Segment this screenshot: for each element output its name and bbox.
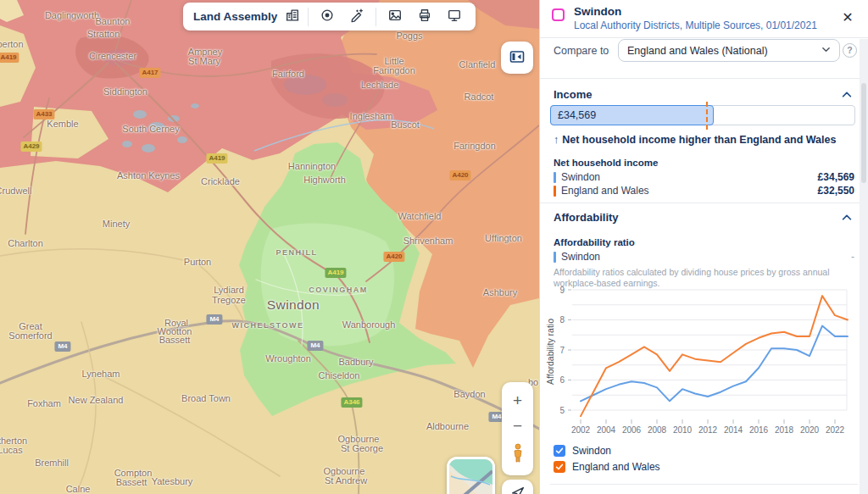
affordability-metric-title: Affordability ratio <box>554 237 635 247</box>
affordability-chart: 5678920022004200620082010201220142016201… <box>545 281 860 436</box>
road-shield: A433 <box>33 109 54 119</box>
svg-text:2014: 2014 <box>724 425 743 435</box>
collapse-panel-button[interactable] <box>501 42 533 74</box>
svg-text:2010: 2010 <box>673 425 693 435</box>
panel-scrollbar[interactable] <box>860 39 868 494</box>
page-title: Swindon <box>574 5 621 18</box>
screenshot-button[interactable] <box>384 6 406 28</box>
svg-text:2016: 2016 <box>749 425 769 435</box>
swindon-checkbox[interactable] <box>554 445 565 457</box>
collapse-affordability-button[interactable] <box>841 212 853 224</box>
check-icon <box>555 463 564 471</box>
series-color-bar <box>554 172 556 183</box>
arrow-up-icon: ↑ <box>554 134 559 146</box>
help-icon[interactable]: ? <box>843 43 857 58</box>
land-assembly-button[interactable]: Land Assembly <box>193 8 300 25</box>
street-view-pegman[interactable] <box>511 443 525 466</box>
monitor-icon <box>447 8 462 25</box>
minimap-art <box>449 459 492 494</box>
income-trend-note: ↑Net household income higher than Englan… <box>554 134 836 146</box>
details-panel: Swindon Local Authority Districts, Multi… <box>539 0 868 494</box>
table-row: England and Wales £32,550 <box>554 185 854 197</box>
svg-text:2020: 2020 <box>800 425 820 435</box>
series-color-bar <box>554 186 556 197</box>
pegman-icon <box>511 453 525 466</box>
section-divider <box>540 203 868 203</box>
toolbar-title: Land Assembly <box>193 10 277 23</box>
collapse-panel-icon <box>509 48 526 68</box>
road-shield: M4 <box>54 341 70 352</box>
income-section-title: Income <box>554 88 593 101</box>
income-value: £34,569 <box>558 109 596 121</box>
legend-item-swindon[interactable]: Swindon <box>554 444 611 457</box>
choropleth-map-art <box>0 0 539 494</box>
income-benchmark-marker <box>706 102 708 130</box>
print-icon <box>417 8 432 25</box>
series-color-bar <box>554 252 556 263</box>
selection-swatch-icon <box>552 8 565 21</box>
svg-text:2008: 2008 <box>648 425 667 435</box>
svg-text:5: 5 <box>559 406 565 415</box>
road-shield: A419 <box>0 53 19 63</box>
compare-to-label: Compare to <box>554 45 609 57</box>
road-shield: A419 <box>206 153 227 164</box>
close-panel-button[interactable]: ✕ <box>837 8 858 28</box>
buildings-icon <box>285 8 300 25</box>
svg-text:2018: 2018 <box>775 425 794 435</box>
road-shield: A417 <box>139 68 160 78</box>
print-button[interactable] <box>414 6 436 28</box>
image-icon <box>387 8 403 25</box>
table-row: Swindon £34,569 <box>554 171 854 183</box>
view-button[interactable] <box>316 6 338 28</box>
draw-icon <box>349 8 364 25</box>
table-row: Swindon - <box>554 251 854 263</box>
svg-text:8: 8 <box>559 315 565 325</box>
road-shield: A420 <box>383 252 404 262</box>
toolbar-divider <box>308 8 309 26</box>
section-divider <box>550 484 858 485</box>
navigation-arrow-icon <box>510 485 526 494</box>
affordability-section-title: Affordability <box>554 211 619 224</box>
svg-text:2012: 2012 <box>698 425 718 435</box>
draw-button[interactable] <box>346 6 368 28</box>
compare-to-value: England and Wales (National) <box>627 45 768 57</box>
road-shield: A346 <box>341 397 362 408</box>
present-button[interactable] <box>443 6 465 28</box>
zoom-out-button[interactable]: − <box>513 418 522 434</box>
panel-header: Swindon Local Authority Districts, Multi… <box>540 0 868 38</box>
income-table-title: Net household income <box>554 158 658 168</box>
scrollbar-thumb[interactable] <box>861 83 866 183</box>
compare-to-select[interactable]: England and Wales (National) <box>618 39 840 62</box>
road-shield: A429 <box>20 142 42 152</box>
minimap-thumbnail[interactable] <box>447 457 495 494</box>
chevron-down-icon <box>821 45 831 57</box>
svg-text:2004: 2004 <box>597 425 616 435</box>
road-shield: M4 <box>307 341 323 351</box>
income-comparison-bar: £34,569 <box>550 105 855 125</box>
road-shield: A420 <box>449 170 470 180</box>
svg-text:9: 9 <box>559 286 565 295</box>
zoom-in-button[interactable]: + <box>513 392 522 408</box>
app-window: DaglingworthBauntonStrattonbertonCirence… <box>0 0 868 494</box>
check-icon <box>555 447 564 455</box>
collapse-income-button[interactable] <box>841 89 853 101</box>
locate-button[interactable] <box>502 480 533 494</box>
svg-text:Affordability ratio: Affordability ratio <box>545 319 555 385</box>
income-bar-fill: £34,569 <box>550 105 714 125</box>
toolbar-divider <box>376 8 376 26</box>
legend-item-england-wales[interactable]: England and Wales <box>554 460 660 473</box>
svg-text:2006: 2006 <box>622 425 642 435</box>
svg-text:2002: 2002 <box>571 425 591 435</box>
map-zoom-controls: + − <box>502 382 533 475</box>
panel-subtitle: Local Authority Districts, Multiple Sour… <box>574 19 817 31</box>
svg-text:7: 7 <box>559 346 565 355</box>
view-icon <box>320 8 335 25</box>
road-shield: M4 <box>206 314 222 325</box>
map-toolbar: Land Assembly <box>183 3 476 31</box>
road-shield: A419 <box>325 268 346 278</box>
svg-text:2022: 2022 <box>826 425 845 435</box>
section-divider <box>540 78 868 79</box>
svg-text:6: 6 <box>559 375 565 385</box>
map-canvas[interactable]: DaglingworthBauntonStrattonbertonCirence… <box>0 0 539 494</box>
england-wales-checkbox[interactable] <box>554 461 565 473</box>
